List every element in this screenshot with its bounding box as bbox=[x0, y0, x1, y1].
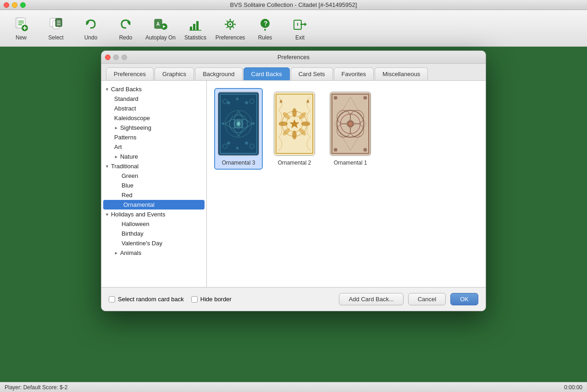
new-label: New bbox=[16, 34, 27, 41]
rules-label: Rules bbox=[258, 34, 272, 41]
window-title: BVS Solitaire Collection - Citadel [#-54… bbox=[230, 1, 357, 8]
tree-patterns[interactable]: Patterns bbox=[101, 133, 206, 142]
cancel-button[interactable]: Cancel bbox=[408, 293, 446, 305]
card-item-ornamental2[interactable]: Ornamental 2 bbox=[270, 88, 319, 170]
card-back-ornamental3 bbox=[218, 92, 259, 156]
dialog-title: Preferences bbox=[277, 54, 310, 61]
svg-point-59 bbox=[238, 123, 239, 125]
arrow-icon: ► bbox=[114, 251, 118, 255]
statistics-button[interactable]: Statistics bbox=[179, 13, 212, 44]
undo-button[interactable]: Undo bbox=[74, 13, 107, 44]
tree-card-backs-root[interactable]: ▼ Card Backs bbox=[101, 84, 206, 94]
select-label: Select bbox=[48, 34, 63, 41]
svg-point-69 bbox=[292, 131, 297, 140]
tree-animals[interactable]: ► Animals bbox=[101, 248, 206, 258]
footer-left: Select random card back Hide border bbox=[109, 296, 332, 303]
tab-card-backs[interactable]: Card Backs bbox=[244, 67, 290, 80]
tree-label: Standard bbox=[114, 95, 138, 102]
svg-point-96 bbox=[363, 148, 367, 152]
tree-holidays[interactable]: ▼ Holidays and Events bbox=[101, 210, 206, 219]
card-back-ornamental2 bbox=[274, 92, 315, 156]
tree-label: Card Backs bbox=[111, 86, 142, 93]
svg-point-94 bbox=[363, 96, 367, 99]
dialog-traffic-lights bbox=[105, 55, 127, 60]
select-button[interactable]: Select bbox=[39, 13, 72, 44]
statistics-label: Statistics bbox=[184, 34, 206, 41]
select-icon bbox=[48, 16, 64, 33]
tree-label: Blue bbox=[122, 182, 133, 189]
tree-blue[interactable]: Blue bbox=[101, 181, 206, 190]
footer-right: Add Card Back... Cancel OK bbox=[339, 293, 478, 305]
autoplay-button[interactable]: A Autoplay On bbox=[144, 13, 177, 44]
tab-graphics[interactable]: Graphics bbox=[155, 67, 194, 80]
traffic-lights bbox=[4, 2, 26, 8]
tree-green[interactable]: Green bbox=[101, 171, 206, 181]
tree-nature[interactable]: ► Nature bbox=[101, 152, 206, 161]
tab-preferences[interactable]: Preferences bbox=[106, 67, 154, 80]
tree-valentines[interactable]: Valentine's Day bbox=[101, 238, 206, 248]
card-label-ornamental2: Ornamental 2 bbox=[278, 160, 311, 166]
card-item-ornamental1[interactable]: Ornamental 1 bbox=[326, 88, 375, 170]
hide-border-checkbox[interactable]: Hide border bbox=[191, 296, 232, 303]
tree-label: Abstract bbox=[114, 105, 136, 112]
svg-line-33 bbox=[227, 27, 228, 28]
tree-abstract[interactable]: Abstract bbox=[101, 104, 206, 113]
status-bar: Player: Default Score: $-2 0:00:00 bbox=[0, 382, 587, 392]
status-left: Player: Default Score: $-2 bbox=[5, 384, 67, 391]
tree-birthday[interactable]: Birthday bbox=[101, 229, 206, 238]
arrow-icon: ▼ bbox=[105, 212, 109, 217]
arrow-icon: ▼ bbox=[105, 164, 109, 169]
add-card-back-button[interactable]: Add Card Back... bbox=[339, 293, 403, 305]
tree-halloween[interactable]: Halloween bbox=[101, 219, 206, 229]
preferences-button[interactable]: Preferences bbox=[214, 13, 247, 44]
tree-art[interactable]: Art bbox=[101, 142, 206, 152]
card-label-ornamental1: Ornamental 1 bbox=[334, 160, 367, 166]
tree-label: Red bbox=[122, 192, 133, 199]
exit-icon bbox=[292, 16, 308, 33]
tree-label: Nature bbox=[120, 153, 138, 160]
tree-label: Green bbox=[122, 172, 138, 179]
minimize-button[interactable] bbox=[12, 2, 17, 8]
arrow-icon: ► bbox=[114, 155, 118, 159]
svg-text:A: A bbox=[156, 22, 160, 27]
svg-marker-39 bbox=[305, 22, 307, 26]
checkbox-box[interactable] bbox=[109, 296, 115, 303]
redo-icon bbox=[117, 16, 134, 33]
tab-favorites[interactable]: Favorites bbox=[334, 67, 374, 80]
tree-red[interactable]: Red bbox=[101, 190, 206, 200]
arrow-icon: ► bbox=[114, 126, 118, 130]
card-grid: Ornamental 3 bbox=[207, 81, 486, 287]
random-card-back-checkbox[interactable]: Select random card back bbox=[109, 296, 184, 303]
tree-kaleidoscope[interactable]: Kaleidoscope bbox=[101, 113, 206, 123]
new-button[interactable]: New bbox=[5, 13, 38, 44]
tree-label: Ornamental bbox=[123, 201, 155, 208]
dialog-close-button[interactable] bbox=[105, 55, 111, 60]
tree-label: Art bbox=[114, 144, 122, 150]
card-item-ornamental3[interactable]: Ornamental 3 bbox=[214, 88, 263, 170]
checkbox-box-2[interactable] bbox=[191, 296, 198, 303]
tab-bar: Preferences Graphics Background Card Bac… bbox=[101, 64, 486, 81]
tree-panel[interactable]: ▼ Card Backs Standard Abstract Kaleidosc… bbox=[101, 81, 207, 287]
maximize-button[interactable] bbox=[20, 2, 26, 8]
tab-card-sets[interactable]: Card Sets bbox=[291, 67, 333, 80]
tab-background[interactable]: Background bbox=[195, 67, 242, 80]
redo-button[interactable]: Redo bbox=[109, 13, 142, 44]
tree-sightseeing[interactable]: ► Sightseeing bbox=[101, 123, 206, 133]
tree-traditional[interactable]: ▼ Traditional bbox=[101, 161, 206, 171]
ok-button[interactable]: OK bbox=[450, 293, 478, 305]
hide-border-label: Hide border bbox=[200, 296, 232, 303]
close-button[interactable] bbox=[4, 2, 9, 8]
dialog-minimize-button[interactable] bbox=[113, 55, 119, 60]
redo-label: Redo bbox=[119, 34, 133, 41]
tree-ornamental[interactable]: Ornamental bbox=[103, 200, 205, 210]
svg-point-68 bbox=[292, 108, 297, 117]
svg-point-36 bbox=[264, 29, 266, 31]
status-right: 0:00:00 bbox=[564, 384, 582, 391]
dialog-body: ▼ Card Backs Standard Abstract Kaleidosc… bbox=[101, 81, 486, 287]
autoplay-label: Autoplay On bbox=[145, 34, 176, 41]
dialog-maximize-button[interactable] bbox=[122, 55, 127, 60]
exit-button[interactable]: Exit bbox=[283, 13, 316, 44]
tree-standard[interactable]: Standard bbox=[101, 94, 206, 104]
tab-miscellaneous[interactable]: Miscellaneous bbox=[375, 67, 428, 80]
rules-button[interactable]: ? Rules bbox=[249, 13, 282, 44]
